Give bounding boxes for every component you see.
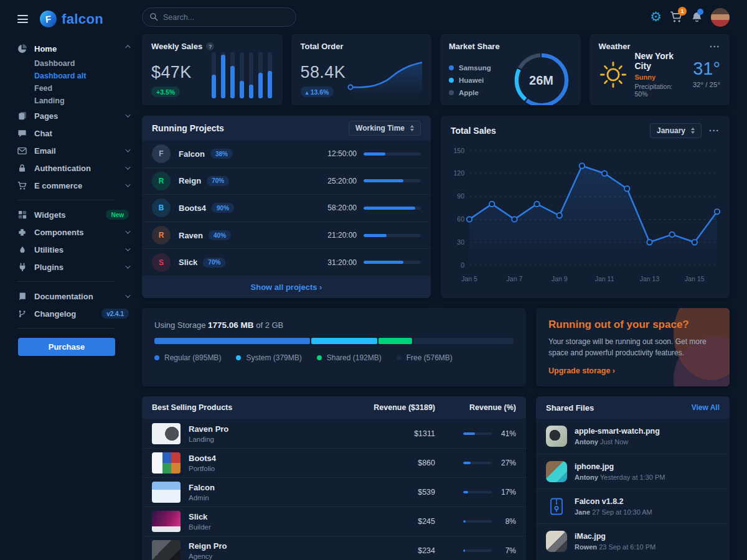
main-content: Weekly Sales? $47K +3.5% Total Order 58.… <box>142 34 730 560</box>
sidebar-item-documentation[interactable]: Documentation <box>0 287 140 305</box>
hamburger-menu-icon[interactable] <box>16 13 29 25</box>
sidebar-subitem-dashboard-alt[interactable]: Dashboard alt <box>0 70 140 82</box>
total-order-value: 58.4K <box>301 63 346 82</box>
sidebar-item-authentication[interactable]: Authentication <box>0 159 140 177</box>
product-name-link[interactable]: Falcon <box>189 483 342 492</box>
product-row: Boots4 Portfolio $860 27% <box>142 448 526 477</box>
sidebar-item-home[interactable]: Home <box>0 40 140 57</box>
sidebar-subitem-landing[interactable]: Landing <box>0 95 140 107</box>
chevron-down-icon <box>125 147 130 152</box>
project-avatar: R <box>152 226 171 245</box>
sidebar-divider <box>17 328 115 329</box>
sidebar-item-email[interactable]: Email <box>0 142 140 159</box>
product-name-link[interactable]: Boots4 <box>189 454 342 463</box>
sidebar-item-label: Home <box>34 44 120 54</box>
project-progress-bar <box>364 179 421 182</box>
legend-item: Huawei <box>449 77 491 84</box>
archive-file-icon <box>546 496 567 517</box>
file-name-link[interactable]: iphone.jpg <box>575 462 665 471</box>
chat-icon <box>17 129 27 138</box>
project-name-link[interactable]: Raven <box>179 231 203 240</box>
sidebar-item-e-commerce[interactable]: E commerce <box>0 177 140 194</box>
sidebar-item-label: Authentication <box>34 164 120 173</box>
weather-menu-icon[interactable]: ··· <box>710 42 720 51</box>
bar <box>268 52 272 98</box>
product-row: Reign Pro Agency $234 7% <box>142 536 526 560</box>
user-avatar[interactable] <box>711 8 730 27</box>
month-select[interactable]: January <box>650 123 702 138</box>
upgrade-storage-link[interactable]: Upgrade storage › <box>548 366 615 375</box>
best-selling-title: Best Selling Products <box>152 403 342 412</box>
sidebar-item-utilities[interactable]: Utilities <box>0 241 140 258</box>
file-name-link[interactable]: apple-smart-watch.png <box>575 427 660 436</box>
file-list: apple-smart-watch.png Antony Just Now ip… <box>536 419 730 558</box>
charts-row: Running Projects Working Time F Falcon 3… <box>142 116 730 298</box>
sidebar-item-components[interactable]: Components <box>0 223 140 241</box>
widgets-icon <box>17 210 27 219</box>
svg-text:0: 0 <box>461 261 464 269</box>
search-box <box>142 7 296 27</box>
project-progress-bar <box>364 152 421 156</box>
product-list: Raven Pro Landing $1311 41% Boots4 Portf… <box>142 419 526 560</box>
weather-condition: Sunny <box>635 73 685 81</box>
search-icon <box>149 12 158 21</box>
working-time-select[interactable]: Working Time <box>349 121 421 136</box>
project-progress-bar <box>364 207 421 210</box>
sidebar-item-chat[interactable]: Chat <box>0 124 140 142</box>
sidebar-item-changelog[interactable]: Changelogv2.4.1 <box>0 305 140 322</box>
project-avatar: S <box>152 253 171 272</box>
file-row[interactable]: iphone.jpg Antony Yesterday at 1:30 PM <box>536 454 730 488</box>
sidebar-item-widgets[interactable]: WidgetsNew <box>0 206 140 223</box>
file-name-link[interactable]: iMac.jpg <box>575 532 655 541</box>
sidebar-subitem-feed[interactable]: Feed <box>0 82 140 95</box>
product-percent: 7% <box>497 546 516 555</box>
svg-text:Jan 15: Jan 15 <box>685 275 705 282</box>
sidebar-item-plugins[interactable]: Plugins <box>0 258 140 276</box>
project-row: S Slick 70% 31:20:00 <box>142 248 431 276</box>
total-sales-menu-icon[interactable]: ··· <box>709 126 720 135</box>
legend-item: Apple <box>449 89 491 96</box>
product-name-link[interactable]: Raven Pro <box>189 424 342 434</box>
product-name-link[interactable]: Reign Pro <box>189 541 342 551</box>
project-name-link[interactable]: Reign <box>179 176 201 185</box>
product-row: Falcon Admin $539 17% <box>142 477 526 506</box>
project-percent-badge: 90% <box>212 203 234 213</box>
file-name-link[interactable]: Falcon v1.8.2 <box>575 497 652 506</box>
view-all-link[interactable]: View All <box>692 403 720 412</box>
sidebar-subitem-dashboard[interactable]: Dashboard <box>0 57 140 70</box>
project-name-link[interactable]: Slick <box>179 258 197 267</box>
file-row[interactable]: apple-smart-watch.png Antony Just Now <box>536 419 730 454</box>
search-input[interactable] <box>142 7 296 27</box>
project-progress-bar <box>364 234 421 237</box>
info-icon[interactable]: ? <box>206 42 214 50</box>
weather-precipitation: Precipitation: 50% <box>635 83 685 98</box>
file-row[interactable]: iMac.jpg Rowen 23 Sep at 6:10 PM <box>536 523 730 558</box>
notification-dot <box>697 9 703 15</box>
cart-button[interactable]: 1 <box>670 11 683 24</box>
purchase-button[interactable]: Purchase <box>18 338 115 356</box>
storage-legend-item: Regular (895MB) <box>154 353 221 362</box>
product-thumbnail <box>152 511 181 532</box>
product-name-link[interactable]: Slick <box>189 512 342 521</box>
show-all-projects-link[interactable]: Show all projects › <box>142 276 431 298</box>
storage-segment <box>378 338 412 344</box>
storage-total: of 2 GB <box>256 320 283 330</box>
settings-gear-icon[interactable]: ⚙ <box>650 11 662 24</box>
product-revenue: $539 <box>342 488 435 497</box>
file-row[interactable]: Falcon v1.8.2 Jane 27 Sep at 10:30 AM <box>536 488 730 523</box>
product-category: Builder <box>189 523 342 531</box>
chevron-down-icon <box>125 182 130 187</box>
product-percent-bar <box>463 432 492 435</box>
product-percent-bar <box>463 549 492 552</box>
notifications-button[interactable] <box>691 11 703 24</box>
sidebar-item-pages[interactable]: Pages <box>0 107 140 124</box>
product-revenue: $1311 <box>342 429 435 438</box>
storage-segment <box>413 338 514 344</box>
banner-heading: Running out of your space? <box>548 319 717 331</box>
weekly-sales-card: Weekly Sales? $47K +3.5% <box>142 34 283 105</box>
project-name-link[interactable]: Boots4 <box>179 203 206 213</box>
svg-text:Jan 11: Jan 11 <box>595 275 614 282</box>
brand-logo[interactable]: F falcon <box>40 11 103 27</box>
product-percent-bar <box>463 491 492 493</box>
project-name-link[interactable]: Falcon <box>179 149 205 159</box>
